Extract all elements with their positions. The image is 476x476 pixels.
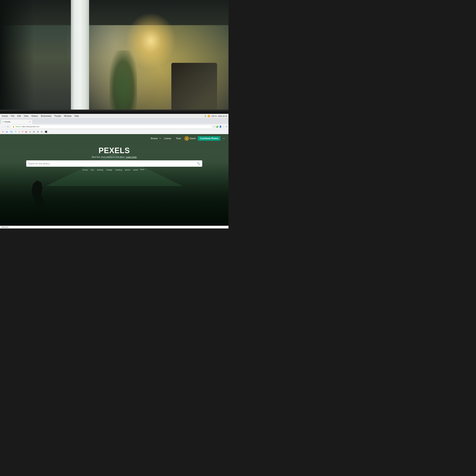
bookmark-item10[interactable]: M	[36, 130, 40, 133]
office-overlay	[0, 0, 228, 126]
trees-overlay	[0, 191, 228, 228]
pexels-navbar: Browse ▾ License Tools D Daniel Contribu…	[0, 134, 228, 143]
pexels-website: Browse ▾ License Tools D Daniel Contribu…	[0, 134, 228, 228]
bookmark-calendar2[interactable]: T	[14, 130, 17, 133]
bookmark-item6[interactable]: P	[21, 130, 24, 133]
nav-tools[interactable]: Tools	[174, 136, 182, 140]
search-icon[interactable]: 🔍	[197, 162, 200, 165]
refresh-button[interactable]: ↻	[7, 125, 9, 128]
battery-icon: 🔋	[204, 115, 206, 117]
tag-house[interactable]: house	[82, 168, 89, 171]
nav-browse[interactable]: Browse ▾	[150, 136, 161, 140]
tag-vintage[interactable]: vintage	[105, 168, 113, 171]
bookmark-gmail[interactable]: M	[1, 130, 5, 133]
browser-window: hrome File Edit View History Bookmarks P…	[0, 114, 228, 228]
menu-chrome[interactable]: hrome	[1, 115, 8, 118]
search-tags: house blur training vintage meeting phon…	[82, 168, 147, 171]
more-tags-link[interactable]: more →	[140, 168, 147, 171]
lock-icon: 🔒	[13, 126, 15, 128]
ceiling	[0, 0, 228, 25]
tab-close-icon[interactable]: ✕	[29, 121, 31, 123]
tag-phone[interactable]: phone	[124, 168, 131, 171]
browser-status-bar: Searches	[0, 226, 228, 228]
url-text: https://www.pexels.com	[22, 126, 39, 128]
more-options-button[interactable]: ···	[222, 137, 225, 140]
bookmark-youtube[interactable]: ▶	[25, 130, 28, 133]
address-input[interactable]: 🔒 Secure https://www.pexels.com	[11, 125, 212, 129]
menu-view[interactable]: View	[23, 115, 29, 118]
browse-label[interactable]: Browse	[150, 136, 159, 140]
menu-history[interactable]: History	[31, 115, 38, 118]
address-bar: ‹ › ↻ 🔒 Secure https://www.pexels.com ☆ …	[0, 124, 228, 130]
clock: Wed 16:15	[218, 115, 227, 117]
learn-more-link[interactable]: Learn more	[126, 156, 137, 158]
tag-wood[interactable]: wood	[133, 168, 139, 171]
pexels-hero-content: PEXELS Best free stock photos in one pla…	[0, 144, 228, 171]
bookmark-item12[interactable]: ⬛	[44, 130, 48, 133]
pexels-tagline: Best free stock photos in one place. Lea…	[92, 156, 137, 158]
browse-chevron-icon: ▾	[160, 137, 161, 139]
close-tab-icon[interactable]: ✕	[225, 125, 227, 128]
tab-pexels[interactable]: ● Pexels ✕	[1, 119, 33, 124]
pexels-logo: PEXELS	[99, 146, 130, 155]
secure-label: Secure	[16, 126, 21, 128]
bookmarks-bar: M ◆ 20 T ● P ▶ E M	[0, 130, 228, 134]
menu-bar: hrome File Edit View History Bookmarks P…	[0, 114, 228, 119]
tab-bar: ● Pexels ✕	[0, 119, 228, 124]
menu-edit[interactable]: Edit	[17, 115, 21, 118]
search-placeholder-text: Search for free photos...	[28, 162, 195, 165]
menu-right: 🔋 📶 100 % Wed 16:15	[204, 115, 227, 117]
tab-label: Pexels	[5, 121, 10, 123]
forward-button[interactable]: ›	[4, 125, 5, 128]
bookmark-item9[interactable]: M	[32, 130, 35, 133]
left-dark	[0, 0, 34, 126]
menu-dots-icon[interactable]: ⋮	[222, 125, 225, 128]
extensions-icon[interactable]: 🧩	[216, 125, 219, 128]
bookmark-drive[interactable]: ◆	[5, 130, 8, 133]
browser-actions: ☆ 🧩 👤 ⋮ ✕	[213, 125, 227, 128]
bookmark-excel[interactable]: E	[29, 130, 32, 133]
bookmark-calendar[interactable]: 20	[9, 130, 14, 134]
tag-meeting[interactable]: meeting	[115, 168, 123, 171]
menu-people[interactable]: People	[54, 115, 62, 118]
tab-favicon: ●	[3, 121, 4, 123]
pillar	[71, 0, 89, 126]
back-button[interactable]: ‹	[1, 125, 3, 128]
bookmark-star-icon[interactable]: ☆	[213, 125, 215, 128]
user-name: Daniel	[190, 137, 196, 140]
zoom-level: 100 %	[211, 115, 217, 117]
profile-icon[interactable]: 👤	[219, 125, 222, 128]
user-avatar: D	[184, 136, 189, 141]
nav-license[interactable]: License	[163, 136, 172, 140]
menu-help[interactable]: Help	[74, 115, 80, 118]
nav-user[interactable]: D Daniel	[184, 136, 196, 141]
pexels-search-bar[interactable]: Search for free photos... 🔍	[26, 160, 202, 167]
screen-bezel	[0, 111, 228, 114]
tag-training[interactable]: training	[96, 168, 104, 171]
bookmark-item11[interactable]: M	[40, 130, 43, 133]
bookmark-item5[interactable]: ●	[18, 130, 20, 133]
wifi-icon: 📶	[208, 115, 210, 117]
tag-blur[interactable]: blur	[90, 168, 95, 171]
status-text: Searches	[1, 226, 8, 228]
menu-file[interactable]: File	[10, 115, 15, 118]
menu-bookmarks[interactable]: Bookmarks	[40, 115, 52, 118]
monitor-frame: hrome File Edit View History Bookmarks P…	[0, 110, 228, 228]
menu-window[interactable]: Window	[64, 115, 72, 118]
contribute-photos-button[interactable]: Contribute Photos	[198, 136, 221, 141]
